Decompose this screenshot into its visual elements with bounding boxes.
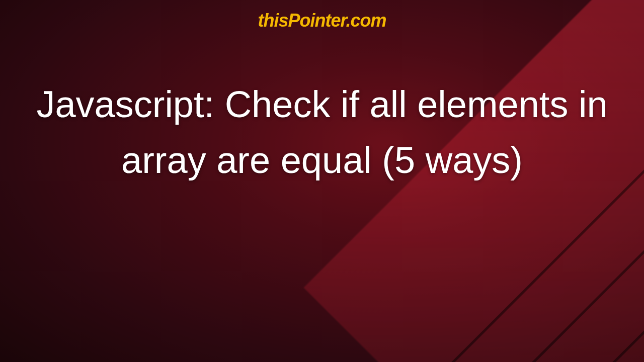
article-title: Javascript: Check if all elements in arr…: [0, 76, 644, 188]
site-logo: thisPointer.com: [258, 10, 386, 31]
content-container: thisPointer.com Javascript: Check if all…: [0, 0, 644, 362]
